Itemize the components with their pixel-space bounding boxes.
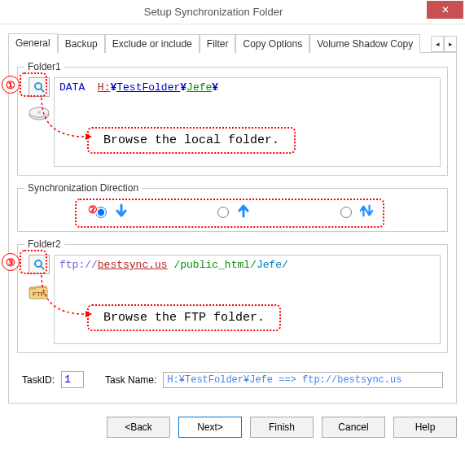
annotation-3-label: Browse the FTP folder. bbox=[87, 304, 281, 331]
folder2-browse-button[interactable] bbox=[29, 255, 50, 274]
sync-radio-both[interactable] bbox=[340, 207, 352, 218]
svg-line-1 bbox=[41, 89, 44, 92]
tab-exclude[interactable]: Exclude or include bbox=[105, 34, 200, 53]
folder2-path1: /public_html bbox=[173, 259, 250, 271]
tab-backup[interactable]: Backup bbox=[58, 34, 105, 53]
annotation-3-number: ③ bbox=[2, 253, 20, 271]
svg-line-7 bbox=[41, 266, 44, 269]
close-button[interactable]: ✕ bbox=[427, 1, 463, 19]
folder1-path-seg2: Jefe bbox=[186, 81, 212, 94]
tab-strip: General Backup Exclude or include Filter… bbox=[8, 33, 457, 53]
folder1-path-box[interactable]: DATA H:¥TestFolder¥Jefe¥ Browse the loca… bbox=[54, 77, 441, 167]
annotation-1-label: Browse the local folder. bbox=[87, 127, 296, 154]
help-button[interactable]: Help bbox=[393, 417, 457, 438]
folder1-path-drive: H: bbox=[98, 81, 111, 94]
folder2-legend: Folder2 bbox=[24, 238, 64, 250]
tab-filter[interactable]: Filter bbox=[200, 34, 236, 53]
local-drive-icon bbox=[27, 103, 51, 124]
sync-radio-up[interactable] bbox=[217, 207, 229, 218]
folder2-path-box[interactable]: ftp://bestsync.us /public_html/Jefe/ Bro… bbox=[54, 255, 441, 344]
close-icon: ✕ bbox=[441, 4, 450, 15]
svg-point-0 bbox=[35, 83, 42, 90]
magnifier-icon bbox=[33, 81, 46, 94]
tab-scroll: ◂ ▸ bbox=[431, 36, 457, 52]
tab-panel-general: Folder1 ① bbox=[8, 53, 457, 404]
annotation-1-number: ① bbox=[2, 76, 20, 94]
title-bar: Setup Synchronization Folder ✕ bbox=[0, 0, 465, 24]
back-button[interactable]: <Back bbox=[107, 417, 170, 438]
arrow-updown-icon bbox=[359, 203, 374, 218]
folder1-path-seg1: TestFolder bbox=[116, 81, 180, 94]
svg-text:FTP: FTP bbox=[33, 290, 45, 298]
annotation-2-number: ② bbox=[88, 203, 98, 216]
arrow-down-icon bbox=[114, 203, 129, 218]
dialog-content: General Backup Exclude or include Filter… bbox=[0, 24, 465, 410]
folder2-host: bestsync.us bbox=[98, 259, 168, 271]
folder1-browse-button[interactable] bbox=[29, 77, 50, 97]
tab-copy-options[interactable]: Copy Options bbox=[235, 34, 309, 53]
sync-option-up[interactable] bbox=[213, 203, 251, 218]
task-info-row: TaskID: Task Name: bbox=[17, 360, 448, 391]
svg-point-4 bbox=[37, 111, 41, 114]
folder1-legend: Folder1 bbox=[24, 61, 64, 72]
folder2-group: Folder2 ③ FTP bbox=[17, 238, 448, 353]
dialog-button-row: <Back Next> Finish Cancel Help bbox=[0, 410, 465, 446]
sync-option-both[interactable] bbox=[336, 203, 374, 218]
tab-scroll-left[interactable]: ◂ bbox=[431, 36, 444, 52]
tab-general[interactable]: General bbox=[8, 33, 58, 53]
tab-volume-shadow[interactable]: Volume Shadow Copy bbox=[309, 34, 420, 53]
svg-point-6 bbox=[35, 260, 42, 267]
tab-scroll-right[interactable]: ▸ bbox=[444, 36, 457, 52]
taskid-input[interactable] bbox=[61, 371, 84, 388]
finish-button[interactable]: Finish bbox=[250, 417, 314, 438]
taskname-label: Task Name: bbox=[105, 374, 156, 386]
folder1-path-data: DATA bbox=[59, 81, 85, 94]
folder2-path2: Jefe/ bbox=[257, 259, 288, 271]
arrow-up-icon bbox=[236, 203, 251, 218]
sync-direction-group: Synchronization Direction ② bbox=[17, 182, 448, 232]
taskid-label: TaskID: bbox=[22, 374, 55, 386]
folder2-scheme: ftp:// bbox=[59, 259, 98, 271]
ftp-folder-icon: FTP bbox=[27, 281, 51, 302]
window-title: Setup Synchronization Folder bbox=[0, 6, 427, 18]
cancel-button[interactable]: Cancel bbox=[322, 417, 385, 438]
sync-direction-legend: Synchronization Direction bbox=[24, 182, 142, 194]
magnifier-icon bbox=[33, 258, 46, 271]
taskname-input[interactable] bbox=[163, 372, 443, 388]
next-button[interactable]: Next> bbox=[178, 417, 242, 438]
folder1-group: Folder1 ① bbox=[17, 61, 448, 176]
